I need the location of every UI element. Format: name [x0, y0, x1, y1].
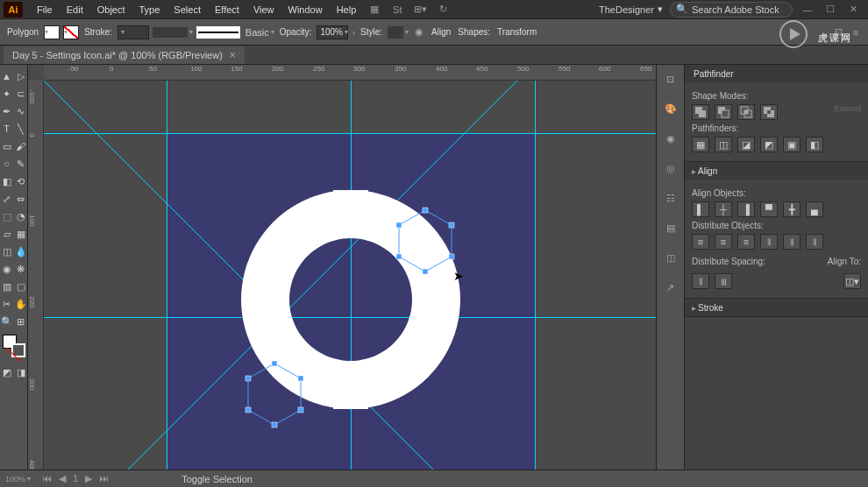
direct-select-tool[interactable]: ▷	[14, 68, 28, 84]
links-icon[interactable]: ↗	[662, 279, 679, 296]
layers-icon[interactable]: ☷	[662, 189, 679, 207]
artboard-nav[interactable]: ⏮◀1▶⏭	[39, 473, 111, 484]
hexagon-selection-bottom[interactable]	[239, 359, 309, 429]
canvas[interactable]: ➤	[44, 81, 656, 469]
stock-search[interactable]: 🔍 Search Adobe Stock	[670, 2, 793, 18]
user-menu[interactable]: TheDesigner ▾	[599, 4, 663, 15]
isolate-icon[interactable]: ⊡	[831, 25, 845, 39]
arrange-icon[interactable]: ⊞▾	[410, 2, 430, 18]
align-left-button[interactable]: ▌	[692, 201, 709, 217]
menu-file[interactable]: File	[30, 4, 60, 15]
menu-effect[interactable]: Effect	[208, 4, 246, 15]
perspective-tool[interactable]: ▱	[0, 226, 14, 242]
blend-tool[interactable]: ◉	[0, 261, 14, 277]
intersect-button[interactable]	[737, 104, 755, 120]
shape-builder-tool[interactable]: ◔	[14, 208, 28, 224]
fill-stroke-indicator[interactable]	[3, 335, 25, 357]
unite-button[interactable]	[692, 104, 709, 120]
bridge-icon[interactable]: ▦	[365, 2, 384, 18]
width-tool[interactable]: ⇔	[14, 191, 28, 207]
align-header[interactable]: Align	[685, 162, 868, 180]
print-tiling-tool[interactable]: ⊞	[14, 314, 28, 329]
rectangle-tool[interactable]: ▭	[0, 138, 14, 154]
minus-back-button[interactable]: ◧	[806, 137, 823, 152]
appearance-icon[interactable]: ◎	[662, 159, 679, 177]
guide-v[interactable]	[167, 81, 167, 469]
align-to-button[interactable]: ◫▾	[843, 273, 861, 289]
align-vcenter-button[interactable]: ╋	[783, 201, 800, 217]
stroke-header[interactable]: Stroke	[685, 299, 868, 316]
close-icon[interactable]: ✕	[843, 2, 863, 18]
menu-edit[interactable]: Edit	[60, 4, 90, 15]
align-hcenter-button[interactable]: ┼	[715, 201, 732, 217]
stock-icon[interactable]: St	[388, 2, 407, 18]
eyedropper-tool[interactable]: 💧	[14, 244, 28, 259]
minus-front-button[interactable]	[715, 104, 732, 120]
libraries-icon[interactable]: ▤	[662, 219, 679, 236]
dist-vcenter-button[interactable]: ≡	[715, 234, 732, 250]
document-tab[interactable]: Day 5 - Settings Icon.ai* @ 100% (RGB/Pr…	[4, 46, 245, 64]
fill-color-btn[interactable]: ◩	[0, 364, 14, 380]
pencil-tool[interactable]: ✎	[14, 156, 28, 172]
gradient-btn[interactable]: ◨	[14, 364, 28, 380]
style-dd[interactable]	[388, 26, 409, 39]
line-tool[interactable]: ╲	[14, 121, 28, 137]
menu-help[interactable]: Help	[330, 4, 364, 15]
tab-close-icon[interactable]: ×	[230, 49, 236, 61]
eraser-tool[interactable]: ◧	[0, 173, 14, 189]
dist-top-button[interactable]: ≡	[692, 234, 709, 250]
sync-icon[interactable]: ↻	[433, 2, 452, 18]
vertical-ruler[interactable]: -100 0 100 200 300 400	[28, 81, 44, 469]
rotate-tool[interactable]: ⟲	[14, 173, 28, 189]
dist-right-button[interactable]: ⦀	[806, 234, 823, 250]
maximize-icon[interactable]: ☐	[821, 2, 840, 18]
brush-tool[interactable]: 🖌	[14, 138, 28, 154]
minimize-icon[interactable]: —	[798, 2, 817, 18]
color-icon[interactable]: 🎨	[662, 100, 679, 117]
menu-window[interactable]: Window	[281, 4, 330, 15]
align-right-button[interactable]: ▐	[737, 201, 755, 217]
curve-tool[interactable]: ∿	[14, 103, 28, 119]
menu-view[interactable]: View	[246, 4, 281, 15]
horizontal-ruler[interactable]: -50 0 50 100 150 200 250 300 350 400 450…	[44, 65, 656, 81]
stroke-swatch[interactable]	[63, 25, 79, 39]
transform-label[interactable]: Transform	[495, 27, 538, 37]
dist-bottom-button[interactable]: ≡	[737, 234, 755, 250]
guide-h[interactable]	[44, 133, 656, 134]
swatches-icon[interactable]: ◉	[662, 130, 679, 147]
magic-wand-tool[interactable]: ✦	[0, 86, 14, 102]
merge-button[interactable]: ◪	[737, 137, 755, 152]
scale-tool[interactable]: ⤢	[0, 191, 14, 207]
zoom-field[interactable]: 100%	[5, 475, 31, 483]
selection-tool[interactable]: ▲	[0, 68, 14, 84]
outline-button[interactable]: ▣	[783, 137, 800, 152]
menu-object[interactable]: Object	[90, 4, 132, 15]
slice-tool[interactable]: ✂	[0, 296, 14, 312]
symbol-tool[interactable]: ❋	[14, 261, 28, 277]
brush-def[interactable]: Basic	[196, 26, 274, 39]
gradient-tool[interactable]: ◫	[0, 244, 14, 259]
align-label[interactable]: Align	[430, 27, 452, 37]
stroke-weight[interactable]	[117, 25, 149, 39]
mesh-tool[interactable]: ▦	[14, 226, 28, 242]
trim-button[interactable]: ◫	[715, 137, 732, 152]
divide-button[interactable]: ▦	[692, 137, 709, 152]
properties-icon[interactable]: ⊡	[662, 70, 679, 88]
dist-space-v-button[interactable]: ⫴	[692, 273, 709, 289]
align-bottom-button[interactable]: ▄	[806, 201, 823, 217]
free-transform-tool[interactable]: ⬚	[0, 208, 14, 224]
pathfinder-header[interactable]: Pathfinder	[685, 65, 868, 82]
type-tool[interactable]: T	[0, 121, 14, 137]
menu-type[interactable]: Type	[132, 4, 167, 15]
hand-tool[interactable]: ✋	[14, 296, 28, 312]
recolor-icon[interactable]: ◉	[412, 25, 426, 39]
dist-hcenter-button[interactable]: ⦀	[783, 234, 800, 250]
crop-button[interactable]: ◩	[760, 137, 778, 152]
dist-left-button[interactable]: ⦀	[760, 234, 778, 250]
dist-space-h-button[interactable]: ⫼	[715, 273, 732, 289]
zoom-tool[interactable]: 🔍	[0, 314, 14, 329]
align-top-button[interactable]: ▀	[760, 201, 778, 217]
menu-select[interactable]: Select	[167, 4, 208, 15]
artboards-icon[interactable]: ◫	[662, 249, 679, 266]
artboard-tool[interactable]: ▢	[14, 279, 28, 294]
